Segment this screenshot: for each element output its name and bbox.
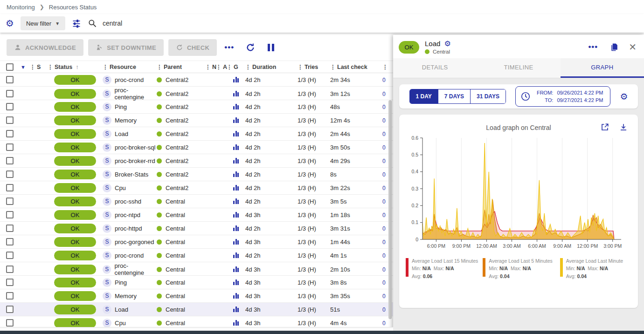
resource-name[interactable]: proc-broker-rrd <box>115 157 155 164</box>
graph-icon[interactable] <box>233 131 245 136</box>
row-checkbox[interactable] <box>6 266 14 273</box>
acknowledge-button[interactable]: ACKNOWLEDGE <box>7 39 83 56</box>
column-header-action[interactable]: ⋮A <box>216 64 227 70</box>
row-checkbox[interactable] <box>6 130 14 137</box>
horizontal-scrollbar[interactable] <box>0 331 644 334</box>
breadcrumb-monitoring[interactable]: Monitoring <box>7 4 35 11</box>
graph-icon[interactable] <box>233 198 245 204</box>
column-header-notes[interactable]: ⋮N <box>205 64 216 70</box>
resource-name[interactable]: proc-broker-sql <box>115 144 155 151</box>
row-checkbox[interactable] <box>6 103 14 110</box>
graph-icon[interactable] <box>233 279 245 285</box>
resource-name[interactable]: proc-centengine <box>114 262 157 276</box>
filter-settings-gear-icon[interactable]: ⚙ <box>6 19 14 28</box>
parent-name[interactable]: Central2 <box>166 171 188 178</box>
resource-name[interactable]: Memory <box>115 117 137 124</box>
resource-name[interactable]: proc-crond <box>115 76 144 83</box>
row-checkbox[interactable] <box>6 198 14 205</box>
resource-name[interactable]: proc-centengine <box>114 87 157 101</box>
sort-asc-icon[interactable]: ↑ <box>76 63 79 70</box>
row-checkbox[interactable] <box>6 143 14 151</box>
graph-settings-gear-icon[interactable]: ⚙ <box>620 92 628 101</box>
breadcrumb-resources-status[interactable]: Resources Status <box>49 4 97 11</box>
tab-timeline[interactable]: TIMELINE <box>477 58 560 78</box>
parent-name[interactable]: Central2 <box>166 184 188 191</box>
resource-name[interactable]: proc-httpd <box>115 225 142 232</box>
parent-name[interactable]: Central2 <box>166 144 188 151</box>
column-header-parent[interactable]: ⋮Parent <box>157 64 205 70</box>
graph-icon[interactable] <box>233 144 245 150</box>
row-checkbox[interactable] <box>6 319 14 327</box>
legend-item[interactable]: Average Load Last MinuteMin: N/A Max: N/… <box>560 257 632 280</box>
graph-icon[interactable] <box>233 225 245 231</box>
column-header-graph[interactable]: ⋮G <box>227 64 245 70</box>
graph-icon[interactable] <box>233 91 245 96</box>
more-actions-icon[interactable]: ••• <box>224 43 234 52</box>
range-button-1-day[interactable]: 1 DAY <box>410 89 438 103</box>
row-checkbox[interactable] <box>6 184 14 191</box>
resource-name[interactable]: Cpu <box>115 320 126 327</box>
graph-icon[interactable] <box>233 77 245 82</box>
range-button-7-days[interactable]: 7 DAYS <box>438 89 470 103</box>
resource-name[interactable]: Ping <box>115 103 127 110</box>
row-checkbox[interactable] <box>6 116 14 124</box>
check-button[interactable]: CHECK <box>168 39 217 56</box>
load-chart[interactable]: 00.10.20.30.40.50.66:00 PM9:00 PM12:00 A… <box>403 131 638 253</box>
vertical-scrollbar[interactable] <box>388 100 392 319</box>
search-field[interactable] <box>88 19 638 28</box>
resource-name[interactable]: proc-crond <box>115 252 144 259</box>
search-input[interactable] <box>103 20 298 27</box>
parent-name[interactable]: Central2 <box>166 117 188 124</box>
open-in-new-icon[interactable] <box>601 123 609 131</box>
download-icon[interactable] <box>619 123 628 131</box>
row-checkbox[interactable] <box>6 292 14 300</box>
refresh-button[interactable] <box>245 42 256 53</box>
parent-name[interactable]: Central <box>166 306 185 313</box>
tab-details[interactable]: DETAILS <box>393 58 477 78</box>
parent-name[interactable]: Central2 <box>166 157 188 164</box>
range-button-31-days[interactable]: 31 DAYS <box>470 89 506 103</box>
resource-name[interactable]: proc-sshd <box>115 198 141 205</box>
row-checkbox[interactable] <box>6 157 14 164</box>
row-checkbox[interactable] <box>6 211 14 218</box>
graph-icon[interactable] <box>233 212 245 218</box>
legend-item[interactable]: Average Load Last 15 MinutesMin: N/A Max… <box>406 257 478 280</box>
parent-name[interactable]: Central <box>166 198 185 205</box>
graph-icon[interactable] <box>233 239 245 245</box>
row-checkbox[interactable] <box>6 238 14 245</box>
resource-name[interactable]: Load <box>115 306 128 313</box>
select-menu-caret-icon[interactable]: ▼ <box>21 64 26 70</box>
graph-icon[interactable] <box>233 266 245 272</box>
graph-icon[interactable] <box>233 158 245 164</box>
new-filter-dropdown[interactable]: New filter ▼ <box>21 16 65 30</box>
resource-name[interactable]: Cpu <box>115 184 126 191</box>
parent-name[interactable]: Central2 <box>166 130 188 137</box>
graph-icon[interactable] <box>233 104 245 109</box>
legend-item[interactable]: Average Load Last 5 MinutesMin: N/A Max:… <box>483 257 555 280</box>
parent-name[interactable]: Central <box>166 239 185 245</box>
row-checkbox[interactable] <box>6 306 14 313</box>
parent-name[interactable]: Central <box>166 266 185 273</box>
resource-name[interactable]: proc-gorgoned <box>115 239 154 245</box>
copy-link-icon[interactable] <box>610 42 619 52</box>
column-header-tries[interactable]: ⋮Tries <box>298 64 330 70</box>
resource-name[interactable]: Broker-Stats <box>115 171 148 178</box>
resource-name[interactable]: proc-ntpd <box>115 211 140 218</box>
column-header-resource[interactable]: ⋮Resource <box>103 64 157 70</box>
tune-filter-icon[interactable] <box>72 19 81 28</box>
parent-name[interactable]: Central <box>166 279 185 286</box>
graph-icon[interactable] <box>233 252 245 258</box>
pause-button[interactable] <box>268 44 274 51</box>
column-header-duration[interactable]: ⋮Duration <box>245 64 298 70</box>
parent-name[interactable]: Central <box>166 211 185 218</box>
column-header-severity[interactable]: ⋮S <box>30 64 48 70</box>
parent-name[interactable]: Central <box>166 225 185 232</box>
parent-name[interactable]: Central <box>166 320 185 327</box>
row-checkbox[interactable] <box>6 252 14 259</box>
row-checkbox[interactable] <box>6 90 14 97</box>
tab-graph[interactable]: GRAPH <box>561 58 644 78</box>
row-checkbox[interactable] <box>6 170 14 178</box>
graph-icon[interactable] <box>233 307 245 312</box>
resource-name[interactable]: Memory <box>115 293 137 300</box>
row-checkbox[interactable] <box>6 279 14 286</box>
